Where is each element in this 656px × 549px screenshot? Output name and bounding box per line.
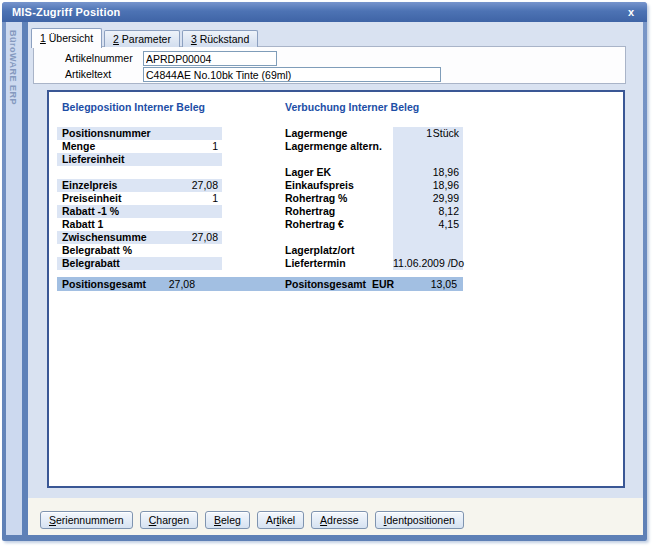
article-form-panel: Artikelnummer Artikeltext xyxy=(33,46,626,84)
detail-row: Liefertermin 11.06.2009 /Do xyxy=(49,257,463,270)
row-value-block xyxy=(393,140,463,153)
artikeltext-label: Artikeltext xyxy=(65,67,143,82)
tab-bar: 1 Übersicht2 Parameter3 Rückstand xyxy=(31,28,258,47)
button-adresse[interactable]: Adresse xyxy=(311,511,368,529)
row-label: Rohertrag € xyxy=(285,218,393,231)
row-value-block: 1Stück xyxy=(393,127,463,140)
total-left-value: 27,08 xyxy=(137,277,195,291)
row-label: Rohertrag % xyxy=(285,192,393,205)
row-value-block: 4,15 xyxy=(393,218,463,231)
detail-row: Lagerplatz/ort xyxy=(49,244,463,257)
detail-row xyxy=(49,153,463,166)
row-label: Lager EK xyxy=(285,166,393,179)
row-label: Lagerplatz/ort xyxy=(285,244,393,257)
artikelnummer-row: Artikelnummer xyxy=(65,51,277,66)
row-value-block: 18,96 xyxy=(393,166,463,179)
row-value: 1 xyxy=(393,127,432,140)
tab-uebersicht[interactable]: 1 Übersicht xyxy=(31,28,102,48)
right-detail-rows: Lagermenge 1Stück Lagermenge altern. Lag… xyxy=(49,127,463,270)
button-chargen[interactable]: Chargen xyxy=(140,511,198,529)
artikeltext-row: Artikeltext xyxy=(65,67,441,82)
tab-rueckstand[interactable]: 3 Rückstand xyxy=(182,30,258,47)
screenshot-canvas: { "window": { "title": "MIS-Zugriff Posi… xyxy=(0,0,656,549)
row-label: Rohertrag xyxy=(285,205,393,218)
row-value-block: 11.06.2009 /Do xyxy=(393,257,463,270)
titlebar: MIS-Zugriff Position x xyxy=(2,2,647,22)
row-value xyxy=(393,231,459,244)
close-icon[interactable]: x xyxy=(625,6,637,18)
row-value-block xyxy=(393,153,463,166)
detail-row: Lager EK 18,96 xyxy=(49,166,463,179)
detail-row: Rohertrag 8,12 xyxy=(49,205,463,218)
position-total-band: Positionsgesamt 27,08 Positonsgesamt EUR… xyxy=(57,277,463,291)
row-label: Einkaufspreis xyxy=(285,179,393,192)
detail-row: Rohertrag € 4,15 xyxy=(49,218,463,231)
detail-row: Rohertrag % 29,99 xyxy=(49,192,463,205)
row-label: Liefertermin xyxy=(285,257,393,270)
window-body: BüroWARE ERP 1 Übersicht2 Parameter3 Rüc… xyxy=(6,22,643,535)
button-row: SeriennummernChargenBelegArtikelAdresseI… xyxy=(40,511,464,529)
section-header-verbuchung: Verbuchung Interner Beleg xyxy=(285,101,419,114)
total-left-label: Positionsgesamt xyxy=(62,277,146,291)
app-window: MIS-Zugriff Position x BüroWARE ERP 1 Üb… xyxy=(2,2,647,541)
row-value-block: 29,99 xyxy=(393,192,463,205)
row-value-block xyxy=(393,244,463,257)
total-right-label: Positonsgesamt EUR xyxy=(285,277,394,291)
detail-row: Lagermenge 1Stück xyxy=(49,127,463,140)
row-label: Lagermenge altern. xyxy=(285,140,393,153)
artikeltext-input[interactable] xyxy=(143,67,441,82)
brand-label: BüroWARE ERP xyxy=(8,30,18,105)
row-label xyxy=(285,153,393,166)
detail-row xyxy=(49,231,463,244)
brand-strip: BüroWARE ERP xyxy=(6,22,22,535)
row-value xyxy=(393,153,459,166)
button-artikel[interactable]: Artikel xyxy=(257,511,304,529)
button-identpositionen[interactable]: Identpositionen xyxy=(375,511,464,529)
button-beleg[interactable]: Beleg xyxy=(205,511,250,529)
row-value-block: 8,12 xyxy=(393,205,463,218)
row-value xyxy=(393,140,459,153)
detail-row: Einkaufspreis 18,96 xyxy=(49,179,463,192)
window-title: MIS-Zugriff Position xyxy=(12,6,120,18)
row-label: Lagermenge xyxy=(285,127,393,140)
row-value xyxy=(393,244,459,257)
row-value: 29,99 xyxy=(393,192,459,205)
row-value: 8,12 xyxy=(393,205,459,218)
row-value: 18,96 xyxy=(393,166,459,179)
row-value: 18,96 xyxy=(393,179,459,192)
button-seriennummern[interactable]: Seriennummern xyxy=(40,511,133,529)
row-value-block: 18,96 xyxy=(393,179,463,192)
row-unit: Stück xyxy=(432,127,459,140)
section-header-belegposition: Belegposition Interner Beleg xyxy=(62,101,205,114)
position-detail-panel: Belegposition Interner Beleg Verbuchung … xyxy=(47,90,625,488)
accent-strip xyxy=(22,22,28,535)
row-value-block xyxy=(393,231,463,244)
artikelnummer-label: Artikelnummer xyxy=(65,51,143,66)
detail-row: Lagermenge altern. xyxy=(49,140,463,153)
row-label xyxy=(285,231,393,244)
row-value: 11.06.2009 /Do xyxy=(393,257,464,270)
tab-parameter[interactable]: 2 Parameter xyxy=(104,30,180,47)
row-value: 4,15 xyxy=(393,218,459,231)
total-right-value: 13,05 xyxy=(431,277,457,291)
artikelnummer-input[interactable] xyxy=(143,51,277,66)
bottom-button-bar: SeriennummernChargenBelegArtikelAdresseI… xyxy=(28,498,643,535)
